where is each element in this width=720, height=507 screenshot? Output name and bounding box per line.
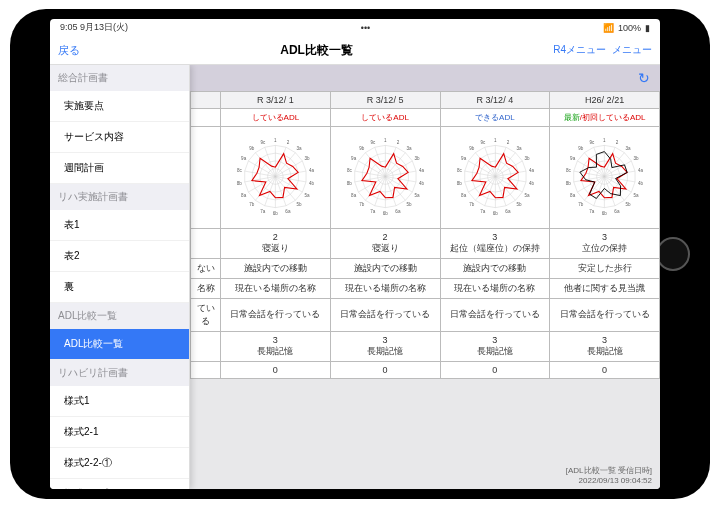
sidebar-item[interactable]: 実施要点 xyxy=(50,91,189,122)
svg-text:7b: 7b xyxy=(469,202,475,207)
svg-text:2: 2 xyxy=(616,139,619,144)
svg-text:6b: 6b xyxy=(492,210,498,215)
sidebar-item[interactable]: 様式2-2-② xyxy=(50,479,189,489)
svg-text:2: 2 xyxy=(287,139,290,144)
svg-text:9a: 9a xyxy=(241,156,247,161)
svg-text:7b: 7b xyxy=(579,202,585,207)
svg-line-90 xyxy=(495,152,515,176)
wifi-icon: 📶 xyxy=(603,23,614,33)
battery-icon: ▮ xyxy=(645,23,650,33)
svg-line-131 xyxy=(605,152,625,176)
adl-type-cell: しているADL xyxy=(221,108,331,126)
refresh-icon[interactable]: ↻ xyxy=(638,70,650,86)
svg-text:8a: 8a xyxy=(241,192,247,197)
radar-chart-cell: 123a3b4a4b5a5b6a6b7a7b8a8b8c9a9b9c xyxy=(221,126,331,228)
sidebar-group-header: 総合計画書 xyxy=(50,65,189,91)
svg-text:2: 2 xyxy=(506,139,509,144)
r4-menu-button[interactable]: R4メニュー xyxy=(553,43,606,57)
svg-text:3a: 3a xyxy=(516,146,522,151)
adl-type-cell: 最新/初回しているADL xyxy=(550,108,660,126)
svg-text:8c: 8c xyxy=(237,167,243,172)
svg-text:8b: 8b xyxy=(566,180,572,185)
row-cell: 2寝返り xyxy=(330,228,440,258)
svg-line-108 xyxy=(475,176,495,200)
svg-text:9c: 9c xyxy=(480,139,486,144)
status-dots: ••• xyxy=(361,23,370,33)
sidebar-item[interactable]: ADL比較一覧 xyxy=(50,329,189,360)
svg-text:6a: 6a xyxy=(395,208,401,213)
adl-type-cell: しているADL xyxy=(330,108,440,126)
svg-text:9c: 9c xyxy=(590,139,596,144)
footer-timestamp: 2022/09/13 09:04:52 xyxy=(579,476,652,485)
row-cell: 名称 xyxy=(191,278,221,298)
svg-text:6b: 6b xyxy=(602,210,608,215)
sidebar[interactable]: 総合計画書実施要点サービス内容週間計画リハ実施計画書表1表2裏ADL比較一覧AD… xyxy=(50,65,190,489)
svg-text:1: 1 xyxy=(384,137,387,142)
sidebar-item[interactable]: 様式2-2-① xyxy=(50,448,189,479)
row-cell: 3立位の保持 xyxy=(550,228,660,258)
back-button[interactable]: 戻る xyxy=(58,43,80,58)
svg-text:9b: 9b xyxy=(579,146,585,151)
toolbar: ↻ xyxy=(190,65,660,91)
home-button[interactable] xyxy=(656,237,690,271)
svg-text:4b: 4b xyxy=(528,180,534,185)
row-cell: 施設内での移動 xyxy=(440,258,550,278)
svg-text:8a: 8a xyxy=(461,192,467,197)
date-cell: H26/ 2/21 xyxy=(550,91,660,108)
svg-text:5b: 5b xyxy=(406,202,412,207)
svg-text:7a: 7a xyxy=(480,208,486,213)
svg-text:8b: 8b xyxy=(237,180,243,185)
row-cell xyxy=(191,361,221,378)
svg-text:9a: 9a xyxy=(570,156,576,161)
svg-text:7b: 7b xyxy=(359,202,365,207)
svg-text:8a: 8a xyxy=(570,192,576,197)
adl-type-cell: できるADL xyxy=(440,108,550,126)
row-cell: 3長期記憶 xyxy=(440,331,550,361)
screen: 9:05 9月13日(火) ••• 📶 100% ▮ 戻る ADL比較一覧 R4… xyxy=(50,19,660,489)
svg-text:3a: 3a xyxy=(406,146,412,151)
sidebar-item[interactable]: 裏 xyxy=(50,272,189,303)
row-cell: 現在いる場所の名称 xyxy=(440,278,550,298)
sidebar-item[interactable]: 表1 xyxy=(50,210,189,241)
svg-line-129 xyxy=(605,147,616,176)
tablet-frame: 9:05 9月13日(火) ••• 📶 100% ▮ 戻る ADL比較一覧 R4… xyxy=(10,9,710,499)
sidebar-item[interactable]: 週間計画 xyxy=(50,153,189,184)
svg-text:4b: 4b xyxy=(309,180,315,185)
svg-text:5a: 5a xyxy=(634,192,640,197)
row-cell: 施設内での移動 xyxy=(221,258,331,278)
row-cell: 日常会話を行っている xyxy=(440,298,550,331)
row-cell: 施設内での移動 xyxy=(330,258,440,278)
svg-text:6a: 6a xyxy=(505,208,511,213)
svg-line-26 xyxy=(255,176,275,200)
row-cell: 安定した歩行 xyxy=(550,258,660,278)
svg-text:9c: 9c xyxy=(370,139,376,144)
nav-bar: 戻る ADL比較一覧 R4メニュー メニュー xyxy=(50,37,660,65)
svg-text:9b: 9b xyxy=(469,146,475,151)
comparison-grid[interactable]: R 3/12/ 1R 3/12/ 5R 3/12/ 4H26/ 2/21している… xyxy=(190,91,660,461)
svg-text:5a: 5a xyxy=(524,192,530,197)
row-cell xyxy=(191,228,221,258)
sidebar-item[interactable]: サービス内容 xyxy=(50,122,189,153)
svg-text:6b: 6b xyxy=(273,210,279,215)
sidebar-item[interactable]: 様式1 xyxy=(50,386,189,417)
svg-text:2: 2 xyxy=(396,139,399,144)
menu-button[interactable]: メニュー xyxy=(612,43,652,57)
row-cell: ない xyxy=(191,258,221,278)
svg-text:3b: 3b xyxy=(414,156,420,161)
svg-text:3b: 3b xyxy=(524,156,530,161)
svg-text:4a: 4a xyxy=(419,167,425,172)
content: 総合計画書実施要点サービス内容週間計画リハ実施計画書表1表2裏ADL比較一覧AD… xyxy=(50,65,660,489)
status-time: 9:05 9月13日(火) xyxy=(60,21,128,34)
svg-text:1: 1 xyxy=(494,137,497,142)
row-cell: 2寝返り xyxy=(221,228,331,258)
svg-text:6a: 6a xyxy=(615,208,621,213)
svg-text:8c: 8c xyxy=(347,167,353,172)
svg-text:9a: 9a xyxy=(351,156,357,161)
svg-text:1: 1 xyxy=(274,137,277,142)
sidebar-group-header: リハビリ計画書 xyxy=(50,360,189,386)
sidebar-item[interactable]: 表2 xyxy=(50,241,189,272)
sidebar-item[interactable]: 様式2-1 xyxy=(50,417,189,448)
svg-line-47 xyxy=(385,147,396,176)
status-bar: 9:05 9月13日(火) ••• 📶 100% ▮ xyxy=(50,19,660,37)
svg-line-49 xyxy=(385,152,405,176)
